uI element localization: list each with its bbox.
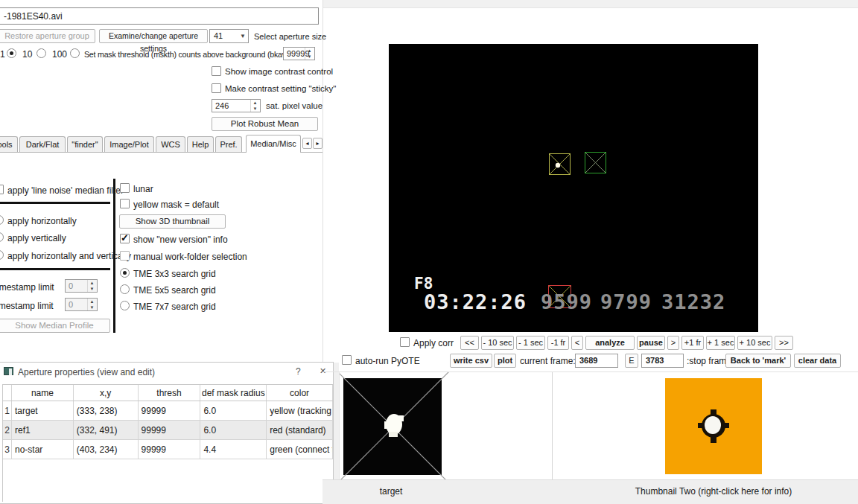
work-folder-checkbox[interactable] — [120, 251, 130, 261]
osd-number-1: 9599 — [541, 290, 592, 313]
new-version-checkbox[interactable] — [120, 234, 130, 243]
radio-100[interactable] — [70, 48, 80, 58]
e-button[interactable]: E — [625, 354, 638, 368]
step-back-button[interactable]: < — [571, 336, 583, 350]
cell-xy[interactable]: (403, 234) — [74, 440, 139, 459]
tab-pref[interactable]: Pref. — [215, 136, 242, 152]
cell-color[interactable]: green (connect t... — [267, 440, 333, 459]
filename-input[interactable]: -1981ES40.avi — [0, 7, 319, 25]
autorun-pyote-checkbox[interactable] — [342, 355, 352, 365]
cell-name[interactable]: target — [12, 401, 74, 420]
table-row[interactable]: 2 ref1 (332, 491) 99999 6.0 red (standar… — [3, 421, 333, 440]
apply-corr-checkbox[interactable] — [400, 337, 410, 347]
step-forward-button[interactable]: > — [667, 336, 679, 350]
col-thresh[interactable]: thresh — [139, 385, 201, 401]
col-xy[interactable]: x,y — [74, 385, 139, 401]
sat-pixel-spinbox[interactable]: 246 ▲▼ — [212, 99, 261, 112]
pause-button[interactable]: pause — [637, 336, 665, 350]
write-csv-button[interactable]: write csv — [450, 354, 492, 368]
table-row[interactable]: 1 target (333, 238) 99999 6.0 yellow (tr… — [3, 401, 333, 421]
examine-aperture-settings-button[interactable]: Examine/change aperture settings — [99, 29, 208, 43]
radio-1[interactable] — [7, 48, 16, 58]
spinner-arrows-icon[interactable]: ▲▼ — [87, 280, 96, 292]
radio-10[interactable] — [36, 48, 46, 58]
thumbnail-two-pane[interactable] — [553, 372, 858, 479]
tab-scroll-right-icon[interactable]: ▸ — [313, 138, 322, 149]
spinner-arrows-icon[interactable]: ▲▼ — [250, 100, 259, 112]
show-median-profile-button[interactable]: Show Median Profile — [0, 319, 110, 333]
stop-frame-input[interactable]: 3783 — [641, 354, 684, 368]
dialog-help-button[interactable]: ? — [296, 366, 301, 377]
table-row[interactable]: 3 no-star (403, 234) 99999 4.4 green (co… — [3, 440, 333, 459]
sticky-contrast-checkbox[interactable] — [212, 83, 221, 93]
apply-vertical-radio[interactable] — [0, 232, 4, 242]
top-strip — [322, 0, 858, 8]
filename-text: -1981ES40.avi — [4, 11, 63, 22]
image-view[interactable]: F8 03:22:26 9599 9799 31232 — [389, 44, 758, 332]
cell-radius[interactable]: 6.0 — [200, 421, 267, 439]
thumbnail-two-label: Thumbnail Two (right-click here for info… — [583, 486, 844, 497]
tab-scroll-left-icon[interactable]: ◂ — [302, 138, 312, 149]
plot-button[interactable]: plot — [494, 354, 516, 368]
cell-name[interactable]: ref1 — [12, 421, 74, 439]
tme3x3-radio[interactable] — [120, 268, 130, 278]
analyze-button[interactable]: analyze — [585, 336, 635, 350]
tme5x5-radio[interactable] — [120, 284, 130, 294]
tab-finder[interactable]: "finder" — [67, 136, 103, 152]
cell-name[interactable]: no-star — [12, 440, 74, 459]
cell-thresh[interactable]: 99999 — [139, 421, 201, 439]
forward-fast-button[interactable]: >> — [775, 336, 793, 350]
spinner-arrows-icon[interactable]: ▲▼ — [305, 48, 314, 60]
cell-thresh[interactable]: 99999 — [139, 401, 201, 420]
tab-help[interactable]: Help — [187, 136, 214, 152]
restore-aperture-group-button[interactable]: Restore aperture group — [0, 29, 95, 43]
show-contrast-checkbox[interactable] — [212, 66, 221, 76]
cell-xy[interactable]: (332, 491) — [74, 421, 139, 439]
cell-radius[interactable]: 4.4 — [200, 440, 267, 459]
col-color[interactable]: color — [267, 385, 333, 401]
clear-data-button[interactable]: clear data — [794, 354, 841, 368]
tab-tools[interactable]: tools — [0, 136, 18, 152]
show-3d-thumbnail-button[interactable]: Show 3D thumbnail — [119, 214, 226, 229]
rewind-fast-button[interactable]: << — [460, 336, 479, 350]
tab-wcs[interactable]: WCS — [156, 136, 185, 152]
cell-xy[interactable]: (333, 238) — [74, 401, 139, 420]
cell-thresh[interactable]: 99999 — [139, 440, 201, 459]
col-name[interactable]: name — [12, 385, 74, 401]
upper-timestamp-spinbox[interactable]: 0 ▲▼ — [65, 279, 98, 293]
spinner-arrows-icon[interactable]: ▲▼ — [87, 299, 96, 310]
aperture-nostar-green[interactable] — [585, 152, 606, 173]
apply-horizontal-radio[interactable] — [0, 215, 4, 225]
lunar-checkbox[interactable] — [120, 183, 130, 193]
thumbnail-one-pane[interactable] — [339, 372, 553, 479]
back-to-mark-button[interactable]: Back to 'mark' — [725, 354, 791, 368]
apply-corr-label: Apply corr — [413, 338, 454, 348]
tme7x7-radio[interactable] — [120, 301, 130, 310]
aperture-size-select[interactable]: 41 ▼ — [209, 29, 249, 43]
tab-image-plot[interactable]: Image/Plot — [104, 136, 154, 152]
yellow-mask-checkbox[interactable] — [120, 199, 130, 208]
row-num: 1 — [3, 401, 12, 420]
line-noise-checkbox[interactable] — [0, 185, 4, 194]
plus-10sec-button[interactable]: + 10 sec — [737, 336, 772, 350]
apply-both-radio[interactable] — [0, 250, 4, 260]
minus-1sec-button[interactable]: - 1 sec — [516, 336, 545, 350]
mask-threshold-spinbox[interactable]: 99999 ▲▼ — [283, 47, 315, 60]
plus-1fr-button[interactable]: +1 fr — [681, 336, 704, 350]
tab-median-misc[interactable]: Median/Misc — [246, 135, 301, 153]
apply-horizontal-label: apply horizontally — [7, 216, 77, 226]
aperture-size-label: Select aperture size — [254, 32, 326, 41]
chevron-down-icon: ▼ — [240, 33, 246, 39]
plus-1sec-button[interactable]: + 1 sec — [706, 336, 735, 350]
plot-robust-mean-button[interactable]: Plot Robust Mean — [212, 117, 318, 131]
col-radius[interactable]: def mask radius — [200, 385, 267, 401]
minus-10sec-button[interactable]: - 10 sec — [481, 336, 514, 350]
cell-radius[interactable]: 6.0 — [200, 401, 267, 420]
minus-1fr-button[interactable]: -1 fr — [547, 336, 569, 350]
lower-timestamp-spinbox[interactable]: 0 ▲▼ — [65, 298, 98, 311]
aperture-target-yellow[interactable] — [549, 153, 571, 175]
cell-color[interactable]: red (standard) — [267, 421, 333, 439]
current-frame-input[interactable]: 3689 — [575, 354, 618, 368]
tab-dark-flat[interactable]: Dark/Flat — [19, 136, 66, 152]
cell-color[interactable]: yellow (tracking ... — [267, 401, 333, 420]
